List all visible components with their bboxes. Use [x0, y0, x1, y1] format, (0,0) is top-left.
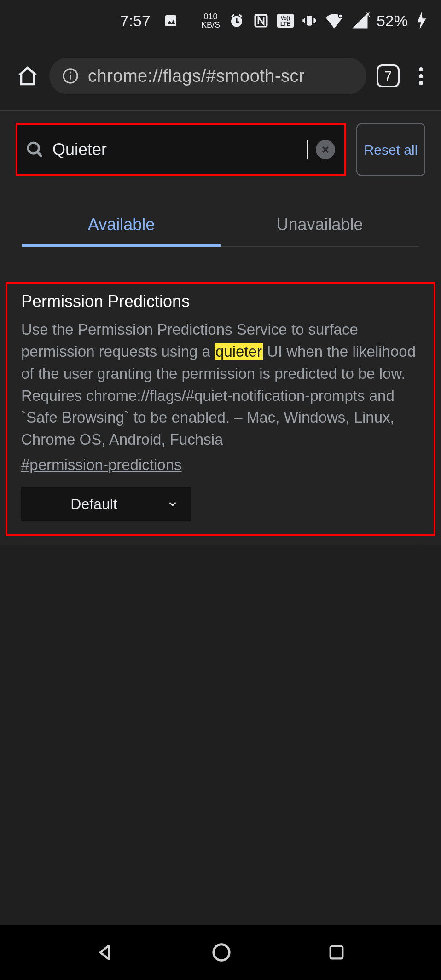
svg-point-20	[214, 945, 230, 961]
svg-rect-0	[165, 15, 176, 26]
reset-all-label: Reset all	[364, 141, 418, 159]
flags-list: Permission Predictions Use the Permissio…	[0, 247, 441, 545]
image-icon	[163, 13, 178, 28]
charging-icon	[416, 12, 427, 29]
clear-search-button[interactable]	[316, 140, 335, 159]
url-bar[interactable]: chrome://flags/#smooth-scr	[49, 58, 366, 94]
wifi-icon	[325, 13, 343, 29]
signal-icon: x	[352, 13, 368, 29]
flag-anchor-link[interactable]: #permission-predictions	[21, 456, 181, 474]
menu-button[interactable]	[410, 65, 432, 87]
svg-point-11	[339, 15, 342, 18]
svg-text:Vo)): Vo))	[281, 15, 290, 21]
chevron-down-icon	[167, 498, 179, 510]
alarm-icon	[228, 12, 245, 29]
volte-icon: Vo))LTE	[277, 14, 294, 28]
flag-select-value: Default	[21, 496, 167, 513]
android-status-bar: 7:57 010 KB/S Vo))LTE x 52%	[0, 0, 441, 41]
site-info-icon[interactable]	[62, 68, 79, 84]
nav-recents-button[interactable]	[327, 943, 346, 962]
home-button[interactable]	[16, 64, 39, 87]
flags-search-box[interactable]	[16, 123, 346, 176]
battery-percentage: 52%	[377, 12, 408, 30]
tab-switcher-button[interactable]: 7	[377, 64, 400, 87]
tab-unavailable-label: Unavailable	[276, 215, 363, 234]
nav-back-button[interactable]	[95, 942, 116, 963]
url-text: chrome://flags/#smooth-scr	[88, 66, 305, 86]
status-time: 7:57	[120, 12, 151, 30]
flags-search-input[interactable]	[52, 140, 297, 159]
search-row: Reset all	[0, 111, 441, 188]
svg-rect-21	[331, 946, 343, 959]
tab-count: 7	[384, 68, 392, 84]
svg-rect-9	[307, 16, 312, 25]
tab-unavailable[interactable]: Unavailable	[220, 202, 419, 246]
flag-title: Permission Predictions	[21, 292, 420, 311]
browser-toolbar: chrome://flags/#smooth-scr 7	[0, 41, 441, 110]
search-icon	[26, 140, 44, 159]
text-cursor	[307, 140, 308, 159]
flag-description: Use the Permission Predictions Service t…	[21, 319, 420, 451]
svg-point-14	[70, 72, 71, 74]
flag-divider	[22, 545, 419, 545]
nav-home-button[interactable]	[211, 942, 232, 963]
nfc-icon	[253, 13, 269, 29]
flag-desc-highlight: quieter	[215, 343, 263, 360]
tab-available[interactable]: Available	[22, 202, 220, 246]
flags-tabs: Available Unavailable	[22, 202, 419, 247]
chrome-flags-page: Reset all Available Unavailable Permissi…	[0, 110, 441, 545]
svg-rect-4	[236, 22, 239, 23]
android-navigation-bar	[0, 925, 441, 980]
network-speed-indicator: 010 KB/S	[201, 12, 220, 29]
svg-line-16	[37, 152, 42, 157]
flag-state-select[interactable]: Default	[21, 487, 191, 521]
vibrate-icon	[302, 13, 317, 28]
svg-text:LTE: LTE	[280, 21, 290, 27]
reset-all-button[interactable]: Reset all	[356, 123, 425, 176]
flag-permission-predictions: Permission Predictions Use the Permissio…	[6, 282, 435, 536]
svg-point-15	[28, 143, 39, 153]
tab-available-label: Available	[88, 215, 155, 234]
svg-marker-19	[100, 945, 109, 959]
